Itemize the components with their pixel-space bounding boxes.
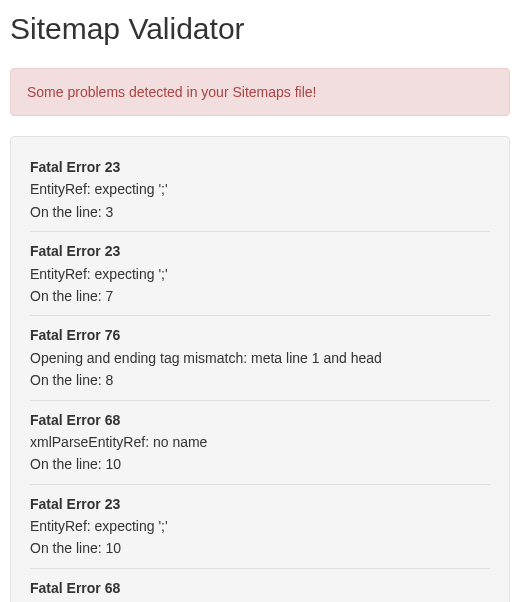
error-panel: Fatal Error 23EntityRef: expecting ';'On…: [10, 136, 510, 602]
error-item: Fatal Error 68xmlParseEntityRef: no name…: [30, 409, 490, 485]
error-line: On the line: 7: [30, 285, 490, 307]
error-item: Fatal Error 68xmlParseEntityRef: no name…: [30, 577, 490, 602]
error-title: Fatal Error 76: [30, 324, 490, 346]
error-item: Fatal Error 23EntityRef: expecting ';'On…: [30, 240, 490, 316]
error-title: Fatal Error 23: [30, 493, 490, 515]
error-item: Fatal Error 23EntityRef: expecting ';'On…: [30, 493, 490, 569]
error-message: EntityRef: expecting ';': [30, 178, 490, 200]
page-title: Sitemap Validator: [10, 12, 510, 46]
error-title: Fatal Error 23: [30, 156, 490, 178]
alert-message: Some problems detected in your Sitemaps …: [27, 84, 316, 100]
alert-box: Some problems detected in your Sitemaps …: [10, 68, 510, 116]
error-line: On the line: 3: [30, 201, 490, 223]
error-line: On the line: 8: [30, 369, 490, 391]
error-message: EntityRef: expecting ';': [30, 263, 490, 285]
error-message: xmlParseEntityRef: no name: [30, 431, 490, 453]
error-line: On the line: 10: [30, 537, 490, 559]
error-title: Fatal Error 68: [30, 409, 490, 431]
error-item: Fatal Error 76Opening and ending tag mis…: [30, 324, 490, 400]
error-message: EntityRef: expecting ';': [30, 515, 490, 537]
error-item: Fatal Error 23EntityRef: expecting ';'On…: [30, 156, 490, 232]
error-message: Opening and ending tag mismatch: meta li…: [30, 347, 490, 369]
error-title: Fatal Error 68: [30, 577, 490, 599]
error-title: Fatal Error 23: [30, 240, 490, 262]
error-line: On the line: 10: [30, 453, 490, 475]
